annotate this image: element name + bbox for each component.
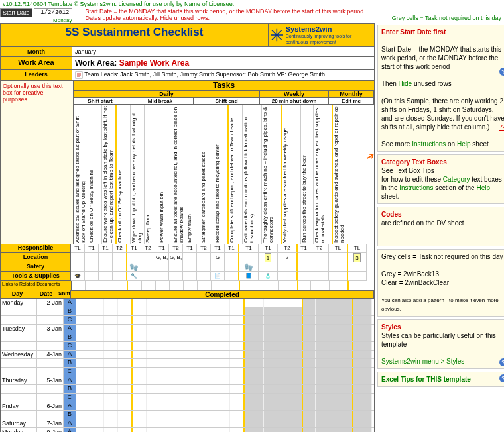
grid-cell[interactable] [329,262,348,272]
completion-cell[interactable] [334,299,353,307]
grid-cell[interactable] [211,262,225,272]
shift-cell[interactable]: C [64,368,76,376]
completion-cell[interactable] [76,394,90,402]
completion-cell[interactable] [283,402,303,410]
help-icon[interactable]: ? [499,358,504,366]
grid-cell[interactable]: G, B, P [169,253,183,262]
completion-cell[interactable] [283,394,303,402]
completion-cell[interactable] [303,411,316,419]
grid-cell[interactable]: T1 [85,244,99,253]
grid-cell[interactable] [239,253,259,262]
completion-cell[interactable] [245,376,264,384]
completion-cell[interactable] [90,411,104,419]
grid-cell[interactable]: T2 [197,244,211,253]
completion-cell[interactable] [216,376,230,384]
grid-cell[interactable]: 🎓 [71,272,85,281]
completion-cell[interactable] [353,333,372,341]
completion-cell[interactable] [283,325,303,333]
completion-cell[interactable] [188,333,202,341]
completion-cell[interactable] [104,351,118,358]
completion-cell[interactable] [174,419,188,427]
completion-cell[interactable] [133,376,147,384]
completion-cell[interactable] [353,316,372,324]
completion-cell[interactable] [245,316,264,324]
completion-cell[interactable] [118,402,133,410]
shift-cell[interactable]: B [64,385,76,393]
completion-cell[interactable] [90,333,104,341]
completion-cell[interactable] [202,402,216,410]
completion-cell[interactable] [283,307,303,315]
completion-cell[interactable] [230,333,245,341]
doc-link-icon[interactable] [75,71,83,79]
grid-cell[interactable]: TL [329,244,348,253]
creative-textbox[interactable]: Optionally use this text box for creativ… [1,81,74,244]
shift-cell[interactable]: A [64,376,76,384]
completion-cell[interactable] [264,342,283,350]
completion-cell[interactable] [76,419,90,427]
grid-cell[interactable] [298,253,310,262]
completion-cell[interactable] [216,333,230,341]
grid-cell[interactable] [212,281,225,290]
grid-cell[interactable] [197,253,211,262]
completion-cell[interactable] [334,402,353,410]
completion-cell[interactable] [316,368,334,376]
completion-cell[interactable] [104,333,118,341]
completion-cell[interactable] [316,325,334,333]
completion-cell[interactable] [230,299,245,307]
completion-cell[interactable] [216,342,230,350]
completion-cell[interactable] [104,376,118,384]
completion-cell[interactable] [264,428,283,432]
grid-cell[interactable] [298,281,311,290]
completion-cell[interactable] [202,316,216,324]
completion-cell[interactable] [90,428,104,432]
completion-cell[interactable] [133,359,147,367]
completion-cell[interactable] [160,307,174,315]
completion-cell[interactable] [316,428,334,432]
grid-cell[interactable] [169,272,183,281]
completion-cell[interactable] [118,316,133,324]
shift-cell[interactable]: A [64,428,76,432]
completion-cell[interactable] [202,385,216,393]
grid-cell[interactable] [240,281,259,290]
grid-cell[interactable]: 📘 [239,272,259,281]
completion-cell[interactable] [147,402,160,410]
completion-cell[interactable] [353,428,372,432]
grid-cell[interactable] [142,281,156,290]
completion-cell[interactable] [216,351,230,358]
completion-cell[interactable] [160,419,174,427]
completion-cell[interactable] [283,385,303,393]
completion-cell[interactable] [303,359,316,367]
completion-cell[interactable] [133,419,147,427]
completion-cell[interactable] [118,419,133,427]
completion-cell[interactable] [283,333,303,341]
completion-cell[interactable] [316,342,334,350]
grid-cell[interactable] [278,262,298,272]
completion-cell[interactable] [174,368,188,376]
completion-cell[interactable] [90,385,104,393]
completion-cell[interactable] [334,359,353,367]
completion-cell[interactable] [216,394,230,402]
completion-cell[interactable] [90,342,104,350]
completion-cell[interactable] [230,351,245,358]
completion-cell[interactable] [353,385,372,393]
completion-cell[interactable] [147,351,160,358]
completion-cell[interactable] [90,325,104,333]
completion-cell[interactable] [147,419,160,427]
label-edit-me[interactable]: Edit me [329,98,374,105]
grid-cell[interactable]: T2 [278,244,298,253]
completion-cell[interactable] [202,394,216,402]
completion-cell[interactable] [202,333,216,341]
completion-cell[interactable] [230,325,245,333]
grid-cell[interactable] [99,281,113,290]
grid-cell[interactable] [197,262,211,272]
completion-cell[interactable] [230,419,245,427]
shift-cell[interactable]: A [64,299,76,307]
grid-cell[interactable] [225,281,240,290]
completion-cell[interactable] [216,299,230,307]
completion-cell[interactable] [188,325,202,333]
completion-cell[interactable] [160,299,174,307]
completion-cell[interactable] [353,368,372,376]
completion-cell[interactable] [245,359,264,367]
completion-cell[interactable] [216,402,230,410]
help-icon[interactable]: ? [499,374,504,382]
